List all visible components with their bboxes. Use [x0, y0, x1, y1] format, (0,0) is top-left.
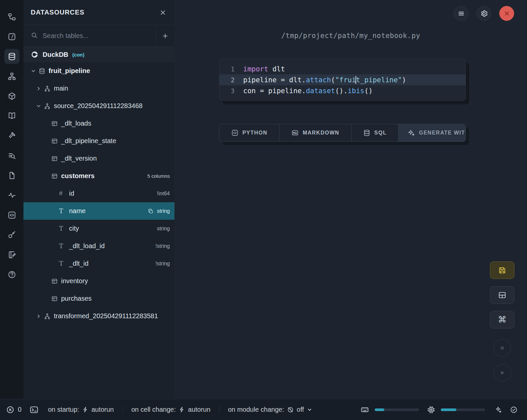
integer-type-icon: # — [59, 190, 69, 197]
text-type-icon: T — [59, 243, 69, 249]
search-input[interactable] — [43, 32, 156, 40]
tree-item-table[interactable]: _dlt_loads — [23, 115, 174, 132]
tree-item-column-dlt-load-id[interactable]: T _dlt_load_id !string — [23, 237, 174, 255]
cube-icon — [8, 92, 16, 100]
meter-fill — [441, 408, 456, 411]
snippets-button[interactable] — [4, 208, 19, 222]
column-type: !int64 — [157, 191, 170, 197]
code-cell[interactable]: 1 import dlt 2 pipeline = dlt.attach("fr… — [219, 59, 466, 101]
search-row — [23, 25, 174, 47]
lightning-icon — [82, 406, 89, 413]
help-button[interactable] — [4, 267, 19, 282]
activity-button[interactable] — [4, 188, 19, 203]
tree-item-column-city[interactable]: T city string — [23, 220, 174, 237]
column-label: city — [69, 225, 79, 232]
datasources-button[interactable] — [4, 49, 19, 64]
cpu-activity-meter[interactable] — [441, 408, 485, 411]
keyboard-shortcuts-button[interactable]: ⌘ — [490, 311, 514, 328]
text-type-icon: T — [59, 208, 69, 214]
packages-button[interactable] — [4, 89, 19, 103]
add-sql-cell-button[interactable]: SQL — [352, 124, 398, 141]
table-icon — [51, 173, 61, 179]
tree-item-schema[interactable]: source_202504291112283468 — [23, 97, 174, 115]
list-search-icon — [8, 151, 16, 160]
chevron-down-icon[interactable] — [36, 103, 44, 109]
connection-row[interactable]: DuckDB (con) — [23, 47, 174, 62]
tree-item-column-id[interactable]: # id !int64 — [23, 185, 174, 202]
menu-button[interactable] — [454, 6, 469, 21]
tree-item-column-dlt-id[interactable]: T _dlt_id !string — [23, 255, 174, 272]
scratchpad-button[interactable] — [4, 247, 19, 262]
secrets-button[interactable] — [4, 227, 19, 242]
plus-icon — [162, 32, 169, 40]
database-icon — [363, 129, 370, 136]
hammer-icon — [8, 132, 16, 140]
column-label: name — [69, 207, 86, 215]
command-icon: ⌘ — [498, 315, 507, 325]
chevron-down-icon[interactable] — [31, 68, 39, 74]
panel-title: DATASOURCES — [31, 9, 84, 16]
tree-item-label: customers — [61, 172, 94, 180]
dependencies-button[interactable] — [4, 69, 19, 84]
add-sql-label: SQL — [374, 130, 387, 136]
settings-button[interactable] — [476, 6, 491, 21]
cell-change-autorun-setting[interactable]: on cell change: autorun — [122, 406, 210, 413]
tree-item-schema[interactable]: transformed_202504291112283581 — [23, 307, 174, 325]
keyboard-activity-meter[interactable] — [375, 408, 419, 411]
error-count: 0 — [18, 406, 21, 413]
column-label: _dlt_id — [69, 260, 89, 267]
tree-item-table[interactable]: _dlt_pipeline_state — [23, 132, 174, 150]
error-circle-icon — [6, 405, 15, 414]
tree-item-table[interactable]: purchases — [23, 290, 174, 307]
code-line-3: 3 con = pipeline.dataset().ibis() — [219, 85, 466, 96]
files-button[interactable] — [4, 168, 19, 183]
module-change-label: on module change: — [228, 406, 284, 413]
chevron-right-icon[interactable] — [36, 314, 44, 319]
layout-icon — [498, 291, 507, 299]
copy-icon[interactable] — [148, 208, 154, 214]
text-type-icon: T — [59, 260, 69, 267]
save-button[interactable] — [490, 261, 514, 279]
close-panel-button[interactable] — [159, 9, 167, 16]
hierarchy-icon — [8, 72, 16, 81]
tree-structure-button[interactable] — [4, 9, 19, 24]
tree-item-column-name[interactable]: T name string — [23, 202, 174, 220]
meter-fill — [375, 408, 384, 411]
close-icon — [159, 9, 167, 16]
add-python-label: PYTHON — [243, 130, 268, 136]
tools-button[interactable] — [4, 128, 19, 143]
logs-button[interactable] — [4, 148, 19, 163]
tree-item-label: _dlt_loads — [61, 120, 91, 127]
table-icon — [51, 155, 61, 162]
generate-with-ai-button[interactable]: GENERATE WIT — [398, 124, 466, 141]
tree-item-database[interactable]: fruit_pipeline — [23, 62, 174, 80]
tree-item-table[interactable]: _dlt_version — [23, 150, 174, 167]
tree-item-label: _dlt_pipeline_state — [61, 137, 116, 145]
startup-autorun-setting[interactable]: on startup: autorun — [48, 406, 114, 413]
tree-item-table-customers[interactable]: customers 5 columns — [23, 167, 174, 185]
tree-item-table[interactable]: inventory — [23, 272, 174, 290]
function-button[interactable]: f — [4, 29, 19, 44]
connection-ok-icon[interactable] — [510, 406, 518, 414]
run-button[interactable] — [494, 364, 511, 381]
table-icon — [51, 138, 61, 144]
terminal-button[interactable] — [29, 405, 39, 414]
add-datasource-button[interactable] — [156, 25, 174, 47]
tree-item-schema[interactable]: main — [23, 80, 174, 97]
datasources-panel: DATASOURCES DuckDB (con) fruit_pipeline — [23, 0, 174, 399]
shutdown-button[interactable] — [499, 6, 514, 21]
code-text: import dlt — [235, 65, 285, 73]
module-change-setting[interactable]: on module change: off — [219, 406, 312, 413]
documentation-button[interactable] — [4, 108, 19, 123]
tree-item-label: source_202504291112283468 — [54, 102, 142, 110]
chevron-right-icon[interactable] — [36, 86, 44, 91]
error-indicator[interactable]: 0 — [6, 405, 21, 414]
sparkle-icon[interactable] — [494, 406, 502, 413]
add-markdown-cell-button[interactable]: MARKDOWN — [280, 124, 352, 141]
add-python-cell-button[interactable]: PYTHON — [219, 124, 280, 141]
cpu-icon — [427, 405, 435, 414]
layout-button[interactable] — [490, 286, 514, 304]
table-icon — [51, 295, 61, 302]
line-number: 3 — [219, 87, 235, 95]
stop-button[interactable] — [494, 339, 511, 357]
